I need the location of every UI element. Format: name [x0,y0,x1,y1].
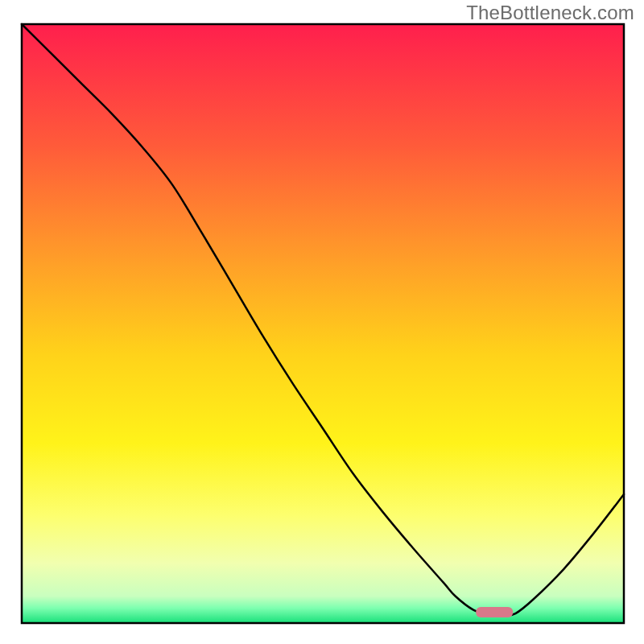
optimum-marker [476,607,513,617]
bottleneck-chart [0,0,644,644]
watermark-text: TheBottleneck.com [466,2,634,24]
